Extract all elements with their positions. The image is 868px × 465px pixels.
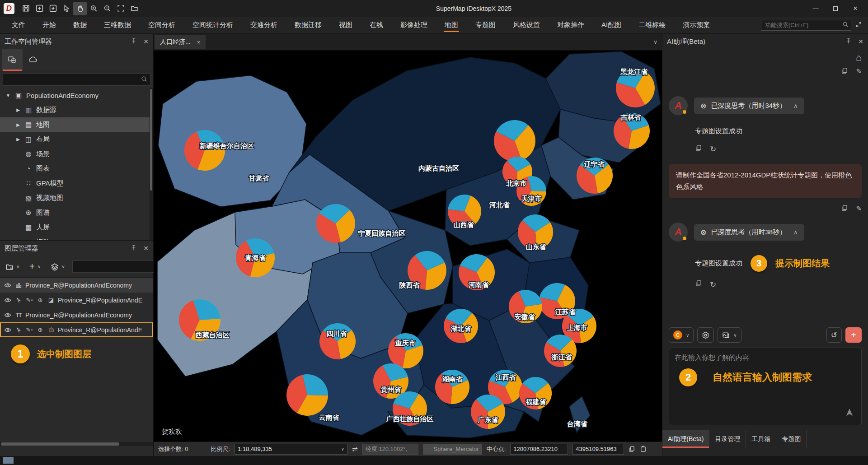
snapable-crosshair-icon[interactable]: ⊕ [36, 326, 44, 333]
copy-icon[interactable] [841, 205, 848, 213]
menu-item-17[interactable]: 演示预案 [677, 17, 715, 33]
tree-node-datasources[interactable]: ▶▥数据源 [0, 103, 153, 118]
tab-list-chevron-icon[interactable]: ∨ [653, 39, 657, 45]
scale-combobox[interactable]: 1:18,489,335 ∨ [235, 444, 347, 455]
china-thematic-map[interactable]: 黑龙江省吉林省辽宁省内蒙古自治区新疆维吾尔自治区甘肃省北京市天津市河北省山西省山… [154, 51, 662, 442]
tree-node-scenes[interactable]: ◍场景 [0, 147, 153, 162]
workspace-search-input[interactable] [3, 76, 141, 83]
workspace-tree-scrollbar[interactable] [150, 88, 153, 240]
tree-node-video-map[interactable]: ▧视频地图 [0, 191, 153, 206]
close-icon[interactable]: ✕ [143, 38, 149, 45]
menu-item-9[interactable]: 在线 [364, 17, 389, 33]
back-icon[interactable] [33, 2, 46, 15]
tab-catalog-manager[interactable]: 目录管理 [709, 430, 746, 448]
minimize-button[interactable]: — [807, 2, 825, 15]
menu-item-6[interactable]: 交通分析 [245, 17, 283, 33]
tree-node-resources[interactable]: ▶▱资源 [0, 235, 153, 240]
tree-node-graph[interactable]: ⊛图谱 [0, 205, 153, 220]
swap-coordinates-icon[interactable]: ⇌ [352, 445, 358, 453]
layer-row-labels[interactable]: TT Province_R@PopulationAndEconomy [0, 307, 153, 322]
visibility-eye-icon[interactable] [4, 326, 12, 334]
regenerate-icon[interactable]: ↻ [710, 280, 716, 289]
paste-location-icon[interactable] [640, 446, 647, 452]
layer-row-statistics[interactable]: Province_R@PopulationAndEconomy [0, 278, 153, 293]
menu-item-4[interactable]: 空间分析 [143, 17, 181, 33]
copy-icon[interactable] [841, 67, 848, 75]
menu-item-3[interactable]: 三维数据 [99, 17, 136, 33]
tab-cloud[interactable] [23, 49, 43, 71]
menu-item-12[interactable]: 专题图 [470, 17, 501, 33]
menu-item-14[interactable]: 对象操作 [552, 17, 590, 33]
center-x-input[interactable]: 12007086.23210 [510, 444, 568, 455]
map-document-tab[interactable]: 人口经济... × [155, 35, 206, 49]
pin-icon[interactable] [131, 245, 137, 252]
tree-node-maps[interactable]: ▶▤地图 [0, 117, 153, 132]
layer-row-region-selected[interactable]: ✎× ⊕ Province_R@PopulationAndE [0, 322, 153, 337]
pan-hand-icon[interactable] [73, 2, 87, 15]
collapse-chevron-icon[interactable]: ∧ [793, 102, 798, 109]
forward-icon[interactable] [46, 2, 60, 15]
function-search-input[interactable] [761, 20, 851, 31]
model-selector-button[interactable]: C∨ [669, 327, 694, 343]
tree-node-workspace-root[interactable]: ▼▣PopulationAndEconomy [0, 88, 153, 103]
menu-item-1[interactable]: 开始 [37, 17, 61, 33]
snapable-crosshair-icon[interactable]: ⊕ [36, 297, 44, 303]
expand-icon[interactable] [856, 22, 862, 29]
visibility-eye-icon[interactable] [4, 297, 12, 304]
thinking-summary-2[interactable]: ⊗ 已深度思考（用时38秒） ∧ [694, 224, 804, 241]
selectable-cursor-icon[interactable] [14, 327, 23, 333]
thematic-template-button[interactable]: ∨ [718, 327, 741, 343]
center-y-input[interactable]: 4395109.51963 [572, 444, 624, 455]
pin-icon[interactable] [845, 38, 852, 46]
chat-input-box[interactable]: 在此输入你想了解的内容 2 自然语言输入制图需求 [669, 348, 862, 425]
tree-node-layouts[interactable]: ▶◫布局 [0, 132, 153, 147]
menu-item-11[interactable]: 地图 [439, 17, 464, 33]
tree-node-charts[interactable]: ◔图表 [0, 162, 153, 177]
edit-icon[interactable]: ✎ [856, 67, 862, 75]
selectable-cursor-icon[interactable] [14, 297, 23, 303]
menu-item-13[interactable]: 风格设置 [507, 17, 545, 33]
menu-item-5[interactable]: 空间统计分析 [187, 17, 239, 33]
close-button[interactable]: ✕ [846, 2, 864, 15]
tab-toolbox[interactable]: 工具箱 [746, 430, 776, 448]
add-layer-button[interactable]: +∨ [25, 258, 45, 276]
settings-button[interactable] [697, 327, 714, 343]
tab-thematic-map[interactable]: 专题图 [776, 430, 807, 448]
tab-workspace[interactable] [2, 49, 23, 71]
tab-ai-assistant[interactable]: AI助理(Beta) [662, 430, 709, 448]
pin-icon[interactable] [131, 38, 137, 46]
thinking-summary-1[interactable]: ⊗ 已深度思考（用时34秒） ∧ [694, 98, 804, 114]
menu-item-2[interactable]: 数据 [68, 17, 92, 33]
menu-item-15[interactable]: AI配图 [596, 17, 627, 33]
send-icon[interactable] [844, 407, 855, 420]
layer-search-input[interactable] [73, 263, 160, 270]
editable-pencil-icon[interactable]: ✎× [25, 326, 33, 333]
visibility-eye-icon[interactable] [4, 282, 12, 289]
menu-item-8[interactable]: 视图 [333, 17, 358, 33]
layers-button[interactable]: ∨ [46, 258, 69, 276]
history-button[interactable]: ↺ [826, 327, 842, 343]
folder-icon[interactable] [127, 2, 141, 15]
save-icon[interactable] [19, 2, 33, 15]
menu-item-0[interactable]: 文件 [6, 17, 31, 33]
zoom-out-icon[interactable] [100, 2, 114, 15]
layer-row-thematic[interactable]: ✎× ⊕ ◪ Province_R@PopulationAndE [0, 293, 153, 307]
select-cursor-icon[interactable] [60, 2, 73, 15]
menu-item-7[interactable]: 数据迁移 [289, 17, 327, 33]
collapse-chevron-icon[interactable]: ∧ [793, 229, 798, 236]
map-canvas[interactable]: 黑龙江省吉林省辽宁省内蒙古自治区新疆维吾尔自治区甘肃省北京市天津市河北省山西省山… [154, 51, 662, 442]
tree-node-gpa-model[interactable]: ∷GPA模型 [0, 176, 153, 191]
zoom-in-icon[interactable] [87, 2, 100, 15]
full-extent-icon[interactable] [114, 2, 127, 15]
copy-icon[interactable] [695, 144, 702, 154]
close-tab-icon[interactable]: × [197, 39, 201, 46]
regenerate-icon[interactable]: ↻ [710, 144, 716, 154]
menu-item-16[interactable]: 二维标绘 [633, 17, 671, 33]
maximize-button[interactable] [826, 2, 845, 15]
copy-icon[interactable] [695, 280, 702, 289]
visibility-eye-icon[interactable] [4, 312, 12, 319]
new-chat-button[interactable]: + [845, 327, 862, 343]
add-group-button[interactable]: ∨ [1, 258, 24, 276]
tree-node-dashboard[interactable]: ▦大屏 [0, 220, 153, 235]
layer-panel-hscrollbar[interactable] [0, 442, 153, 446]
